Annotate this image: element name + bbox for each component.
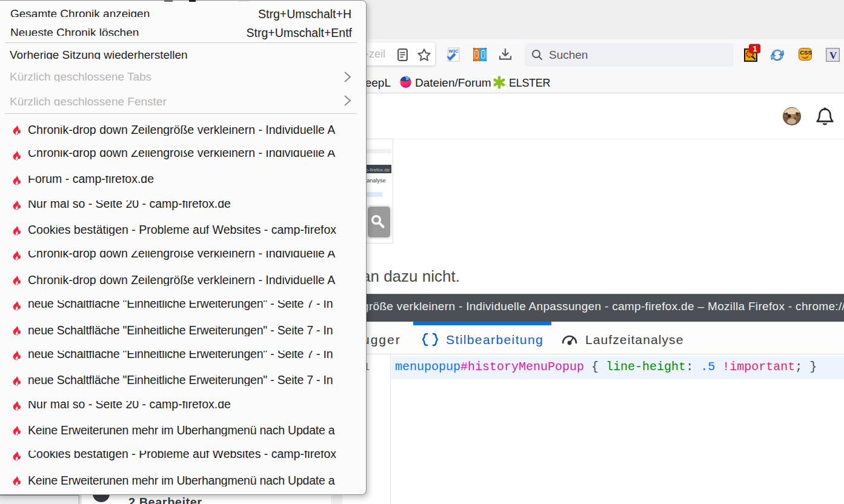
svg-text:CSS: CSS: [800, 49, 812, 56]
svg-text:W3C: W3C: [449, 48, 459, 54]
svg-text:1: 1: [753, 45, 757, 53]
svg-text:V: V: [829, 50, 837, 61]
